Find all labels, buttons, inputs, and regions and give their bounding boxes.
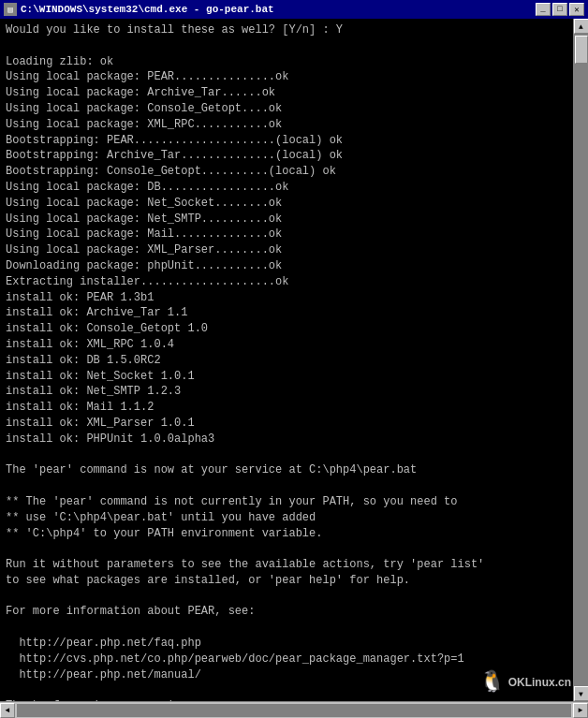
window-title: C:\WINDOWS\system32\cmd.exe - go-pear.ba… [21,4,274,15]
scroll-up-button[interactable]: ▲ [574,19,589,34]
title-bar-left: ▤ C:\WINDOWS\system32\cmd.exe - go-pear.… [4,3,274,16]
scroll-left-button[interactable]: ◄ [0,703,15,718]
console-wrapper: Would you like to install these as well?… [0,19,588,701]
scrollbar[interactable]: ▲ ▼ [573,19,588,701]
scroll-thumb[interactable] [575,36,588,64]
scroll-down-button[interactable]: ▼ [574,686,589,701]
scroll-track [574,34,589,686]
watermark-text: OKLinux.cn [508,676,571,689]
bottom-bar: ◄ ► [0,701,588,718]
title-bar: ▤ C:\WINDOWS\system32\cmd.exe - go-pear.… [0,0,588,19]
close-button[interactable]: ✕ [569,3,584,16]
minimize-button[interactable]: _ [536,3,551,16]
cmd-icon: ▤ [4,3,17,16]
horizontal-track [17,704,571,717]
window: ▤ C:\WINDOWS\system32\cmd.exe - go-pear.… [0,0,588,718]
title-bar-buttons: _ □ ✕ [536,3,584,16]
scroll-right-button[interactable]: ► [573,703,588,718]
maximize-button[interactable]: □ [552,3,567,16]
penguin-icon: 🐧 [479,669,505,695]
console-output: Would you like to install these as well?… [0,19,573,701]
